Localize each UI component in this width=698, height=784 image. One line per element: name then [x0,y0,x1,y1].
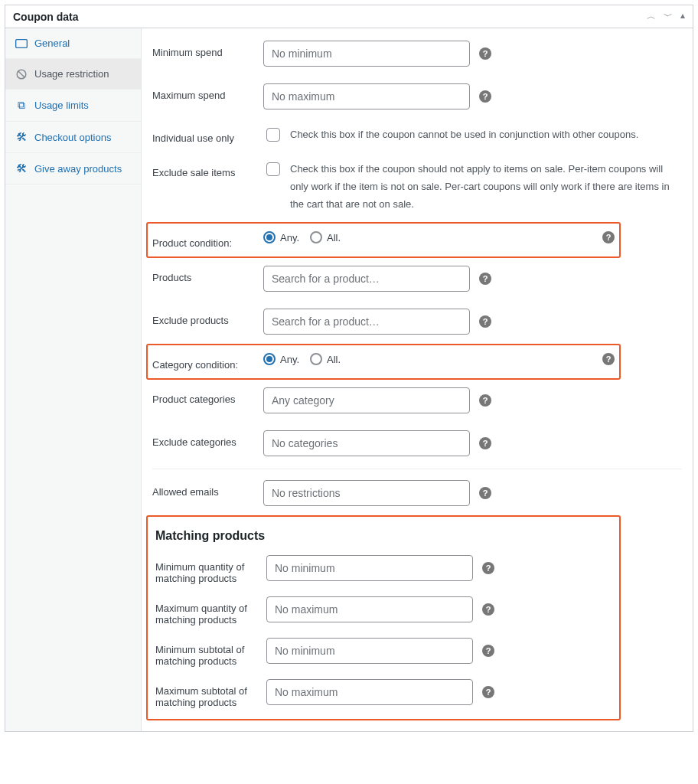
radio-label: All. [327,354,341,365]
help-icon[interactable]: ? [602,231,615,243]
label-minimum-spend: Minimum spend [152,41,263,58]
help-icon[interactable]: ? [482,645,494,657]
maximum-spend-input[interactable] [263,83,470,109]
category-condition-any-radio[interactable]: Any. [263,353,299,365]
product-categories-input[interactable] [263,387,470,413]
row-exclude-sale: Exclude sale items Check this box if the… [152,153,682,222]
sidebar-item-label: Checkout options [34,132,111,143]
label-min-sub: Minimum subtotal of matching products [155,638,266,667]
exclude-products-input[interactable] [263,309,470,335]
svg-line-2 [18,70,24,77]
help-icon[interactable]: ? [479,47,491,60]
category-condition-radiogroup: Any. All. [263,353,341,365]
row-exclude-categories: Exclude categories ? [152,423,682,466]
label-products: Products [152,266,263,283]
radio-label: All. [327,232,341,243]
row-exclude-products: Exclude products ? [152,301,682,344]
sidebar-item-label: General [34,38,70,49]
category-condition-all-radio[interactable]: All. [310,353,341,365]
sidebar-item-label: Usage limits [34,100,89,111]
matching-products-title: Matching products [155,529,612,543]
help-icon[interactable]: ? [602,353,615,365]
row-max-sub: Maximum subtotal of matching products ? [155,673,612,714]
wrench-icon: 🛠 [15,162,28,175]
wrench-icon: 🛠 [15,131,28,143]
allowed-emails-input[interactable] [263,480,470,506]
minimum-spend-input[interactable] [263,41,470,67]
products-input[interactable] [263,266,470,292]
ticket-icon [15,39,28,48]
row-min-sub: Minimum subtotal of matching products ? [155,632,612,673]
sidebar-item-usage-limits[interactable]: ⧉ Usage limits [5,90,141,122]
help-icon[interactable]: ? [482,562,494,574]
chevron-down-icon[interactable]: ﹀ [664,10,673,23]
sidebar-item-label: Give away products [34,163,122,175]
grid-icon: ⧉ [15,99,28,112]
help-icon[interactable]: ? [482,686,494,698]
sidebar-item-usage-restriction[interactable]: Usage restriction [5,59,141,90]
label-min-qty: Minimum quantity of matching products [155,555,266,584]
label-product-categories: Product categories [152,387,263,405]
highlight-category-condition: Category condition: Any. All. [146,344,621,380]
sidebar-item-give-away[interactable]: 🛠 Give away products [5,153,141,185]
help-icon[interactable]: ? [479,90,491,103]
row-category-condition: Category condition: Any. All. [152,347,615,377]
individual-use-description: Check this box if the coupon cannot be u… [290,126,638,144]
panel-body: General Usage restriction ⧉ Usage limits… [5,28,693,731]
panel-title: Coupon data [13,11,79,23]
chevron-up-icon[interactable]: ︿ [647,10,656,23]
sidebar-item-checkout-options[interactable]: 🛠 Checkout options [5,122,141,153]
exclude-sale-checkbox[interactable] [266,162,280,176]
individual-use-checkbox[interactable] [266,128,280,142]
product-condition-radiogroup: Any. All. [263,231,341,243]
max-sub-input[interactable] [266,679,473,705]
highlight-matching-products: Matching products Minimum quantity of ma… [146,515,621,720]
coupon-data-panel: Coupon data ︿ ﹀ ▴ General Usage restrict… [5,5,693,732]
label-individual-use: Individual use only [152,126,263,144]
sidebar: General Usage restriction ⧉ Usage limits… [5,28,142,731]
collapse-icon[interactable]: ▴ [680,10,685,23]
row-allowed-emails: Allowed emails ? [152,472,682,515]
ban-icon [15,69,28,80]
help-icon[interactable]: ? [479,315,491,328]
content-area: Minimum spend ? Maximum spend ? Individu… [142,28,693,731]
row-minimum-spend: Minimum spend ? [152,33,682,76]
label-max-qty: Maximum quantity of matching products [155,596,266,626]
exclude-categories-input[interactable] [263,430,470,456]
radio-label: Any. [280,354,299,365]
help-icon[interactable]: ? [479,437,491,449]
label-maximum-spend: Maximum spend [152,83,263,101]
label-max-sub: Maximum subtotal of matching products [155,679,266,708]
row-maximum-spend: Maximum spend ? [152,76,682,119]
help-icon[interactable]: ? [479,273,491,285]
product-condition-all-radio[interactable]: All. [310,231,341,243]
radio-label: Any. [280,232,299,243]
label-product-condition: Product condition: [152,231,263,249]
min-sub-input[interactable] [266,638,473,664]
product-condition-any-radio[interactable]: Any. [263,231,299,243]
max-qty-input[interactable] [266,596,473,622]
panel-header: Coupon data ︿ ﹀ ▴ [5,5,693,28]
panel-controls: ︿ ﹀ ▴ [647,10,685,23]
divider [152,469,682,469]
row-min-qty: Minimum quantity of matching products ? [155,549,612,590]
help-icon[interactable]: ? [479,487,491,499]
label-exclude-products: Exclude products [152,309,263,326]
row-max-qty: Maximum quantity of matching products ? [155,590,612,632]
highlight-product-condition: Product condition: Any. All. [146,222,621,258]
svg-rect-0 [16,39,28,47]
exclude-sale-description: Check this box if the coupon should not … [290,161,677,213]
help-icon[interactable]: ? [479,394,491,407]
sidebar-item-general[interactable]: General [5,28,141,59]
row-products: Products ? [152,258,682,301]
label-exclude-sale: Exclude sale items [152,161,263,178]
min-qty-input[interactable] [266,555,473,581]
row-product-condition: Product condition: Any. All. [152,225,615,255]
label-category-condition: Category condition: [152,353,263,371]
sidebar-item-label: Usage restriction [34,68,109,80]
row-individual-use: Individual use only Check this box if th… [152,119,682,153]
help-icon[interactable]: ? [482,603,494,616]
label-allowed-emails: Allowed emails [152,480,263,498]
row-product-categories: Product categories ? [152,380,682,423]
label-exclude-categories: Exclude categories [152,430,263,448]
